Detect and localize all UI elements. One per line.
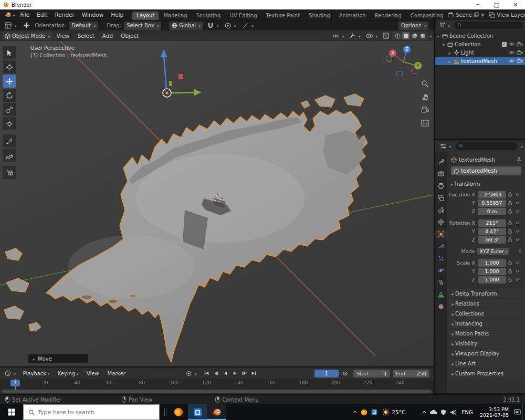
outliner-row-collection[interactable]: Collection (435, 40, 525, 48)
menu-help[interactable]: Help (107, 12, 127, 18)
lock-icon[interactable] (506, 220, 514, 225)
tray-firefox-icon[interactable] (359, 404, 369, 420)
tool-select-box[interactable] (3, 46, 16, 59)
orientation-dropdown[interactable]: Default (69, 22, 98, 30)
maximize-button[interactable] (487, 0, 506, 9)
snap-toggle[interactable] (205, 22, 221, 30)
start-frame-field[interactable]: Start 1 (353, 370, 390, 377)
outliner-row-scene-collection[interactable]: Scene Collection (435, 32, 525, 40)
tool-add-cube[interactable] (3, 166, 16, 179)
outliner-row-light[interactable]: Light (435, 48, 525, 57)
rotation-y-field[interactable]: 4.47° (478, 228, 506, 235)
properties-search-input[interactable] (465, 143, 514, 149)
gizmo-y-arrow[interactable] (171, 92, 195, 93)
panel-viewport-display[interactable]: Viewport Display (447, 349, 525, 358)
shading-material-button[interactable] (411, 32, 418, 39)
workspace-tab-compositing[interactable]: Compositing (406, 12, 448, 20)
scale-x-field[interactable]: 1.000 (478, 259, 506, 267)
next-keyframe-button[interactable] (240, 369, 249, 377)
timeline-scrollbar[interactable] (2, 390, 432, 393)
outliner-search-input[interactable] (464, 23, 520, 28)
hidden-icons-caret[interactable] (351, 404, 359, 420)
playhead[interactable]: 1 (15, 379, 16, 390)
proportional-falloff-dropdown[interactable] (240, 22, 256, 30)
view-layer-name[interactable]: View Layer (497, 12, 525, 18)
tool-annotate[interactable] (3, 134, 16, 148)
play-button[interactable] (230, 369, 239, 377)
tab-material[interactable] (435, 301, 447, 312)
workspace-tab-texture-paint[interactable]: Texture Paint (262, 12, 304, 20)
expand-icon[interactable] (442, 41, 446, 47)
jump-to-start-button[interactable] (202, 369, 211, 377)
prev-keyframe-button[interactable] (212, 369, 220, 377)
pan-button[interactable] (420, 92, 429, 101)
render-camera-icon[interactable] (517, 50, 523, 55)
keying-set-button[interactable] (183, 369, 199, 377)
lock-icon[interactable] (506, 201, 514, 205)
tab-object-data[interactable] (435, 289, 447, 300)
timeline-ruler[interactable]: 20 40 60 80 100 120 140 160 180 200 220 … (0, 379, 434, 394)
move-gizmo[interactable] (161, 49, 202, 97)
transform-section-header[interactable]: Transform (447, 180, 525, 188)
rotation-z-field[interactable]: -69.3° (478, 236, 506, 244)
outliner-row-texturedmesh[interactable]: texturedMesh (435, 57, 525, 65)
close-button[interactable] (506, 0, 525, 9)
tab-scene[interactable] (435, 205, 447, 215)
outliner-filter-button[interactable] (437, 21, 453, 29)
jump-to-end-button[interactable] (249, 369, 258, 377)
play-reverse-button[interactable] (221, 369, 230, 377)
volume-icon[interactable] (448, 404, 458, 420)
action-center-icon[interactable] (512, 404, 522, 420)
pin-icon[interactable] (517, 157, 521, 163)
taskbar-search-input[interactable] (38, 409, 154, 416)
outliner-search[interactable] (454, 22, 523, 29)
shading-wireframe-button[interactable] (394, 32, 401, 39)
lock-icon[interactable] (506, 229, 514, 234)
tab-modifiers[interactable] (435, 241, 447, 251)
tool-measure[interactable] (3, 149, 16, 162)
show-desktop-button[interactable] (522, 404, 525, 420)
menu-object[interactable]: Object (117, 33, 142, 39)
language-indicator[interactable]: ENG (461, 410, 473, 415)
timeline-editor-icon[interactable] (2, 369, 18, 377)
nav-axis-negy[interactable] (386, 56, 392, 62)
shading-dropdown-caret[interactable] (428, 33, 432, 39)
animate-dot[interactable] (514, 270, 520, 272)
scene-name[interactable]: Scene (456, 12, 472, 18)
panel-visibility[interactable]: Visibility (447, 339, 525, 348)
toggle-ortho-button[interactable] (420, 118, 429, 128)
tab-output[interactable] (435, 181, 447, 191)
pivot-dropdown[interactable]: Global (169, 22, 203, 30)
taskbar-search[interactable] (23, 404, 160, 420)
location-x-field[interactable]: -2.5863 (478, 191, 506, 198)
animate-dot[interactable] (514, 210, 520, 213)
clock[interactable]: 3:53 PM 2021-07-05 (480, 406, 509, 418)
object-name-field[interactable]: texturedMesh (451, 166, 521, 175)
tab-particles[interactable] (435, 253, 447, 264)
gizmos-dropdown[interactable] (346, 32, 363, 40)
tab-physics[interactable] (435, 265, 447, 276)
tray-expand-caret[interactable] (420, 404, 428, 420)
expand-icon[interactable] (448, 58, 452, 64)
panel-motion-paths[interactable]: Motion Paths (447, 329, 525, 338)
panel-line-art[interactable]: Line Art (447, 359, 525, 368)
menu-file[interactable]: File (17, 12, 34, 18)
options-dropdown[interactable]: Options (398, 22, 428, 30)
weather-widget[interactable]: 25°C (379, 408, 408, 416)
render-camera-icon[interactable] (517, 58, 523, 64)
expand-icon[interactable] (437, 33, 440, 39)
animate-dot[interactable] (514, 261, 520, 264)
hide-eye-icon[interactable] (508, 50, 515, 55)
menu-keying[interactable]: Keying (54, 371, 82, 376)
tab-view-layer[interactable] (435, 193, 447, 203)
workspace-tab-rendering[interactable]: Rendering (371, 12, 406, 20)
shading-rendered-button[interactable] (419, 32, 426, 39)
overlays-dropdown[interactable] (363, 32, 380, 40)
panel-collections[interactable]: Collections (447, 309, 525, 318)
workspace-tab-sculpting[interactable]: Sculpting (192, 12, 225, 20)
panel-relations[interactable]: Relations (447, 299, 525, 308)
lock-icon[interactable] (506, 269, 514, 274)
end-frame-field[interactable]: End 250 (393, 370, 429, 377)
panel-custom-properties[interactable]: Custom Properties (447, 369, 525, 378)
rotation-x-field[interactable]: 211° (478, 219, 506, 227)
